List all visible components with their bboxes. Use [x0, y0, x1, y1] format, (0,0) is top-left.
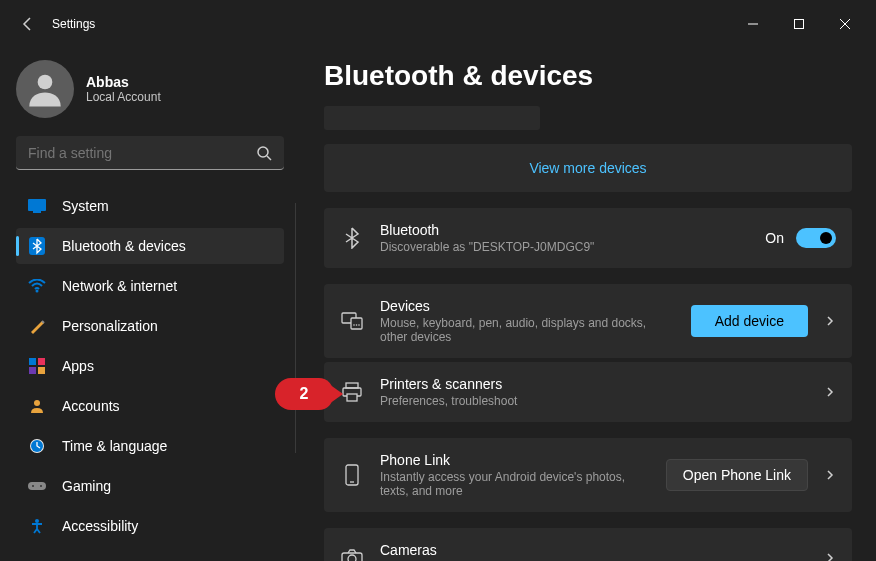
svg-rect-12 — [38, 358, 45, 365]
camera-icon — [340, 546, 364, 561]
svg-rect-18 — [28, 482, 46, 490]
minimize-icon — [748, 19, 758, 29]
svg-rect-13 — [29, 367, 36, 374]
account-block[interactable]: Abbas Local Account — [16, 48, 284, 136]
wifi-icon — [28, 277, 46, 295]
account-name: Abbas — [86, 74, 161, 90]
add-device-button[interactable]: Add device — [691, 305, 808, 337]
svg-rect-7 — [28, 199, 46, 211]
svg-point-15 — [34, 400, 40, 406]
svg-point-33 — [348, 555, 356, 561]
window-title: Settings — [52, 17, 95, 31]
cameras-title: Cameras — [380, 542, 808, 558]
minimize-button[interactable] — [730, 8, 776, 40]
phone-link-card[interactable]: Phone Link Instantly access your Android… — [324, 438, 852, 512]
devices-card[interactable]: Devices Mouse, keyboard, pen, audio, dis… — [324, 284, 852, 358]
bluetooth-subtitle: Discoverable as "DESKTOP-J0MDGC9" — [380, 240, 749, 254]
svg-point-26 — [358, 324, 360, 326]
bluetooth-title: Bluetooth — [380, 222, 749, 238]
nav-label: Network & internet — [62, 278, 177, 294]
nav-time-language[interactable]: Time & language — [16, 428, 284, 464]
phone-subtitle: Instantly access your Android device's p… — [380, 470, 650, 498]
devices-icon — [340, 309, 364, 333]
devices-subtitle: Mouse, keyboard, pen, audio, displays an… — [380, 316, 675, 344]
search-box[interactable] — [16, 136, 284, 170]
account-type: Local Account — [86, 90, 161, 104]
chevron-right-icon — [824, 315, 836, 327]
search-icon — [256, 145, 272, 161]
svg-rect-8 — [33, 211, 41, 213]
close-button[interactable] — [822, 8, 868, 40]
chevron-right-icon — [824, 386, 836, 398]
clock-icon — [28, 437, 46, 455]
annotation-marker: 2 — [275, 378, 333, 410]
svg-point-25 — [356, 324, 358, 326]
search-input[interactable] — [28, 145, 256, 161]
nav-label: Bluetooth & devices — [62, 238, 186, 254]
printers-scanners-card[interactable]: Printers & scanners Preferences, trouble… — [324, 362, 852, 422]
gaming-icon — [28, 477, 46, 495]
nav-system[interactable]: System — [16, 188, 284, 224]
nav-label: Accounts — [62, 398, 120, 414]
apps-icon — [28, 357, 46, 375]
bluetooth-toggle[interactable] — [796, 228, 836, 248]
sidebar: Abbas Local Account System Bluetooth & d… — [0, 48, 296, 561]
back-button[interactable] — [8, 4, 48, 44]
devices-title: Devices — [380, 298, 675, 314]
bluetooth-state-label: On — [765, 230, 784, 246]
printer-icon — [340, 380, 364, 404]
nav-accounts[interactable]: Accounts — [16, 388, 284, 424]
nav-accessibility[interactable]: Accessibility — [16, 508, 284, 544]
svg-point-4 — [38, 75, 53, 90]
phone-icon — [340, 463, 364, 487]
svg-point-10 — [36, 290, 39, 293]
svg-rect-1 — [795, 20, 804, 29]
avatar — [16, 60, 74, 118]
nav-label: Accessibility — [62, 518, 138, 534]
page-heading: Bluetooth & devices — [324, 60, 852, 92]
close-icon — [840, 19, 850, 29]
accounts-icon — [28, 397, 46, 415]
nav-network[interactable]: Network & internet — [16, 268, 284, 304]
arrow-left-icon — [20, 16, 36, 32]
nav-apps[interactable]: Apps — [16, 348, 284, 384]
svg-point-19 — [32, 485, 34, 487]
svg-point-20 — [40, 485, 42, 487]
device-placeholder — [324, 106, 540, 130]
nav-label: Gaming — [62, 478, 111, 494]
bluetooth-icon — [340, 226, 364, 250]
svg-rect-27 — [346, 383, 358, 388]
user-icon — [24, 68, 66, 110]
bluetooth-icon — [28, 237, 46, 255]
svg-rect-14 — [38, 367, 45, 374]
printers-title: Printers & scanners — [380, 376, 808, 392]
cameras-card[interactable]: Cameras Connected cameras, default image… — [324, 528, 852, 561]
nav-gaming[interactable]: Gaming — [16, 468, 284, 504]
svg-rect-29 — [347, 394, 357, 401]
accessibility-icon — [28, 517, 46, 535]
nav-label: Personalization — [62, 318, 158, 334]
nav-bluetooth-devices[interactable]: Bluetooth & devices — [16, 228, 284, 264]
chevron-right-icon — [824, 469, 836, 481]
svg-rect-11 — [29, 358, 36, 365]
svg-point-5 — [258, 147, 268, 157]
system-icon — [28, 197, 46, 215]
paintbrush-icon — [28, 317, 46, 335]
svg-point-21 — [35, 519, 39, 523]
printers-subtitle: Preferences, troubleshoot — [380, 394, 808, 408]
bluetooth-card[interactable]: Bluetooth Discoverable as "DESKTOP-J0MDG… — [324, 208, 852, 268]
open-phone-link-button[interactable]: Open Phone Link — [666, 459, 808, 491]
svg-point-24 — [353, 324, 355, 326]
nav-label: Apps — [62, 358, 94, 374]
nav-label: System — [62, 198, 109, 214]
phone-title: Phone Link — [380, 452, 650, 468]
titlebar: Settings — [0, 0, 876, 48]
nav-personalization[interactable]: Personalization — [16, 308, 284, 344]
svg-line-6 — [267, 156, 271, 160]
view-more-devices[interactable]: View more devices — [324, 144, 852, 192]
nav-list: System Bluetooth & devices Network & int… — [16, 188, 284, 544]
svg-rect-32 — [342, 553, 362, 561]
maximize-icon — [794, 19, 804, 29]
main-content: Bluetooth & devices View more devices Bl… — [296, 48, 876, 561]
maximize-button[interactable] — [776, 8, 822, 40]
